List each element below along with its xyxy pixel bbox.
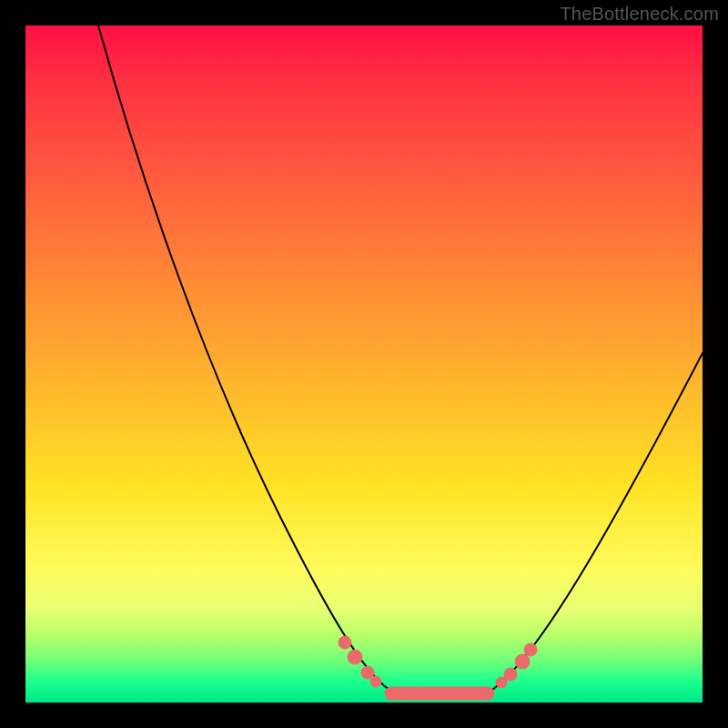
svg-point-3 xyxy=(370,676,381,687)
svg-point-2 xyxy=(361,666,374,679)
curve-path xyxy=(98,25,703,697)
svg-point-7 xyxy=(515,654,530,669)
svg-point-1 xyxy=(348,650,362,664)
outer-frame: TheBottleneck.com xyxy=(0,0,728,728)
bottleneck-curve xyxy=(25,25,703,703)
svg-point-0 xyxy=(339,636,351,649)
svg-point-5 xyxy=(496,677,507,688)
svg-rect-4 xyxy=(385,687,494,700)
plot-area xyxy=(25,25,703,703)
trough-markers xyxy=(339,636,537,700)
svg-point-6 xyxy=(504,668,517,681)
watermark-text: TheBottleneck.com xyxy=(560,4,719,25)
svg-point-8 xyxy=(524,643,537,656)
